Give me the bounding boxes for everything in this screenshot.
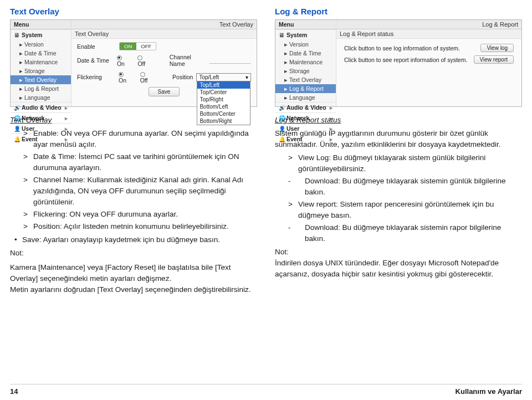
- note-text: İndirilen dosya UNIX türündedir. Eğer do…: [275, 258, 522, 280]
- menu-title: Menu: [275, 20, 336, 29]
- chevron-right-icon: ▸: [65, 115, 68, 121]
- text-overlay-screenshot: Menu 🖥System ▸ Version ▸ Date & Time ▸ M…: [10, 19, 257, 107]
- enable-on[interactable]: ON: [120, 43, 136, 50]
- event-icon: 🔔: [14, 136, 19, 142]
- list-item: Enable: ON veya OFF durumuna ayarlar. ON…: [23, 128, 257, 150]
- log-report-description: Log & Report status Sistem günlüğü IP ay…: [275, 115, 522, 280]
- position-option[interactable]: Bottom/Center: [197, 110, 250, 117]
- note-text: Kamera [Maintenance] veya [Factory Reset…: [10, 262, 257, 284]
- av-icon: 🔊: [279, 105, 284, 111]
- sidebar: Menu 🖥System ▸ Version ▸ Date & Time ▸ M…: [275, 20, 336, 106]
- sidebar-item-version[interactable]: ▸ Version: [11, 40, 71, 49]
- footer-label: Kullanım ve Ayarlar: [456, 387, 522, 396]
- channel-name-input[interactable]: [209, 57, 251, 64]
- list-item: Download: Bu düğmeye tıklayarak sistemin…: [288, 176, 522, 198]
- flickering-label: Flickering: [77, 74, 115, 80]
- list-item: Position: Açılır listeden metnin konumun…: [23, 221, 257, 232]
- section-title-right: Log & Report: [275, 7, 522, 16]
- log-line-text: Click button to see report information o…: [344, 57, 467, 63]
- sidebar-group-system[interactable]: 🖥System: [11, 29, 71, 40]
- note-label: Not:: [275, 247, 522, 258]
- position-select[interactable]: Top/Left▾ Top/Left Top/Center Top/Right …: [196, 73, 251, 81]
- page-number: 14: [10, 387, 18, 396]
- intro-text: Sistem günlüğü IP aygıtlarının durumunu …: [275, 128, 522, 150]
- chevron-down-icon: ▾: [245, 74, 248, 80]
- list-item: Flickering: ON veya OFF durumuna ayarlar…: [23, 209, 257, 220]
- system-icon: 🖥: [14, 32, 19, 38]
- sidebar-group-audio-video[interactable]: 🔊Audio & Video▸: [275, 102, 336, 112]
- menu-title: Menu: [11, 20, 71, 29]
- view-log-button[interactable]: View log: [480, 44, 514, 52]
- sidebar: Menu 🖥System ▸ Version ▸ Date & Time ▸ M…: [11, 20, 71, 106]
- position-label: Position: [172, 74, 193, 80]
- list-item: View Log: Bu düğmeyi tıklayarak sistem g…: [288, 152, 522, 175]
- sidebar-item-log-report[interactable]: ▸ Log & Report: [11, 84, 71, 93]
- chevron-right-icon: ▸: [65, 105, 68, 111]
- log-report-screenshot: Menu 🖥System ▸ Version ▸ Date & Time ▸ M…: [275, 19, 522, 107]
- list-item: Download: Bu düğmeye tıklayarak sistemin…: [288, 222, 522, 244]
- datetime-on-radio[interactable]: On: [117, 54, 130, 67]
- chevron-right-icon: ▸: [330, 105, 332, 111]
- save-button[interactable]: Save: [149, 87, 180, 96]
- note-label: Not:: [10, 248, 257, 259]
- list-item: Channel Name: Kullanmak istediğiniz Kana…: [23, 175, 257, 208]
- note-text: Metin ayarlarını doğrudan [Text Overlay]…: [10, 284, 257, 295]
- sidebar-item-text-overlay[interactable]: ▸ Text Overlay: [11, 75, 71, 84]
- position-option[interactable]: Top/Center: [197, 89, 250, 96]
- position-option[interactable]: Top/Right: [197, 96, 250, 103]
- sidebar-item-log-report[interactable]: ▸ Log & Report: [275, 84, 336, 93]
- log-report-heading: Log & Report status: [275, 115, 522, 126]
- sidebar-item-version[interactable]: ▸ Version: [275, 40, 336, 49]
- pane-title: Text Overlay: [71, 29, 257, 39]
- datetime-off-radio[interactable]: Off: [137, 54, 150, 67]
- sidebar-item-language[interactable]: ▸ Language: [275, 93, 336, 102]
- list-item: View report: Sistem rapor penceresini gö…: [288, 199, 522, 221]
- text-overlay-description: Text Overlay Enable: ON veya OFF durumun…: [10, 115, 257, 295]
- log-line-text: Click button to see log information of s…: [344, 45, 460, 52]
- position-option[interactable]: Top/Left: [197, 81, 250, 89]
- sidebar-item-language[interactable]: ▸ Language: [11, 93, 71, 102]
- channel-name-label: Channel Name: [170, 54, 206, 67]
- sidebar-item-maintenance[interactable]: ▸ Maintenance: [11, 58, 71, 66]
- position-options[interactable]: Top/Left Top/Center Top/Right Bottom/Lef…: [197, 81, 250, 125]
- sidebar-group-system[interactable]: 🖥System: [275, 29, 336, 40]
- sidebar-item-storage[interactable]: ▸ Storage: [11, 66, 71, 75]
- page-footer: 14 Kullanım ve Ayarlar: [0, 387, 532, 396]
- pane-title: Log & Report status: [336, 29, 521, 39]
- user-icon: 👤: [14, 126, 19, 132]
- enable-off[interactable]: OFF: [136, 43, 156, 50]
- system-icon: 🖥: [279, 32, 284, 38]
- av-icon: 🔊: [14, 105, 19, 111]
- section-title-left: Text Overlay: [10, 7, 257, 16]
- position-option[interactable]: Bottom/Left: [197, 103, 250, 110]
- flickering-on-radio[interactable]: On: [119, 70, 132, 84]
- sidebar-item-text-overlay[interactable]: ▸ Text Overlay: [275, 75, 336, 84]
- datetime-label: Date & Time: [77, 57, 114, 64]
- sidebar-item-storage[interactable]: ▸ Storage: [275, 66, 336, 75]
- view-report-button[interactable]: View report: [474, 55, 514, 64]
- enable-label: Enable: [77, 43, 116, 50]
- breadcrumb: Text Overlay: [71, 20, 257, 29]
- list-item: Date & Time: İstemci PC saat ve tarihini…: [23, 151, 257, 173]
- sidebar-group-audio-video[interactable]: 🔊Audio & Video▸: [11, 102, 71, 112]
- sidebar-item-maintenance[interactable]: ▸ Maintenance: [275, 58, 336, 66]
- position-option[interactable]: Bottom/Right: [197, 117, 250, 125]
- flickering-off-radio[interactable]: Off: [140, 70, 154, 84]
- sidebar-item-datetime[interactable]: ▸ Date & Time: [11, 49, 71, 58]
- save-bullet: Save: Ayarları onaylayıp kaydetmek için …: [14, 234, 257, 245]
- sidebar-item-datetime[interactable]: ▸ Date & Time: [275, 49, 336, 58]
- enable-toggle[interactable]: ON OFF: [119, 42, 156, 50]
- breadcrumb: Log & Report: [336, 20, 521, 29]
